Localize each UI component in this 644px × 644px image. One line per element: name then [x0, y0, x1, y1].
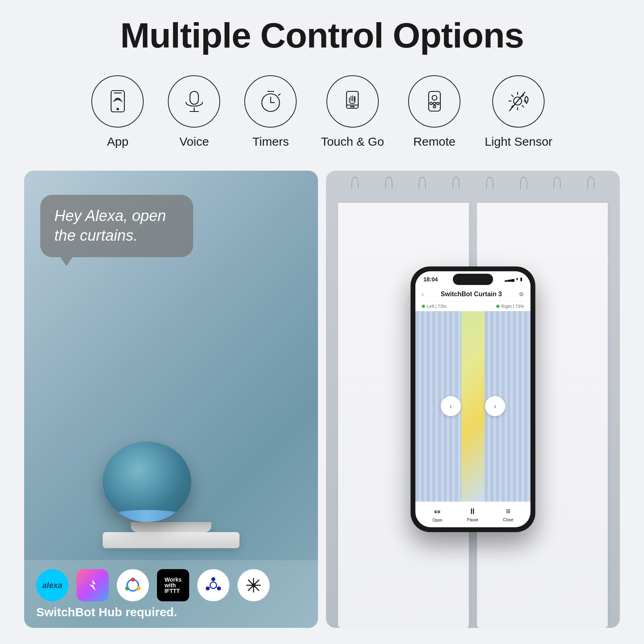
matter-logo: [237, 569, 270, 601]
phone-hand-area: 18:04 ▂▃▄ ▾ ▮ ‹ SwitchBot Curtain 3 ⚙: [411, 266, 535, 532]
curtain-nav-right[interactable]: ›: [485, 396, 505, 416]
google-icon: [124, 576, 142, 594]
control-item-touch-go: Touch & Go: [321, 75, 384, 149]
echo-dot-ring: [107, 510, 187, 522]
alexa-speech-bubble: Hey Alexa, open the curtains.: [40, 195, 193, 257]
page-title: Multiple Control Options: [120, 16, 524, 55]
remote-label: Remote: [413, 135, 456, 149]
wifi-icon: ▾: [516, 277, 518, 282]
curtain-hook: [452, 177, 460, 189]
svg-line-39: [216, 587, 217, 587]
svg-point-35: [211, 577, 215, 581]
control-item-voice: Voice: [168, 75, 220, 149]
curtain-hooks-row: [326, 177, 620, 189]
light-sensor-icon-circle: [492, 75, 545, 128]
close-button[interactable]: ≡ Close: [503, 507, 514, 522]
phone-time: 18:04: [423, 276, 438, 283]
pause-icon: ⏸: [469, 507, 477, 516]
left-status-dot: [422, 305, 425, 308]
shortcuts-icon: [84, 576, 101, 594]
matter-icon: [244, 575, 264, 595]
status-left: Left | 73%: [422, 304, 446, 309]
svg-point-15: [432, 95, 437, 100]
remote-icon-circle: [408, 75, 460, 128]
timers-icon: [258, 88, 284, 114]
phone-app-header: ‹ SwitchBot Curtain 3 ⚙: [415, 287, 530, 301]
svg-point-16: [430, 102, 432, 105]
curtain-hook: [553, 177, 561, 189]
svg-line-26: [522, 105, 524, 107]
smartthings-icon: [203, 575, 223, 595]
svg-point-34: [210, 582, 217, 588]
phone-screen: 18:04 ▂▃▄ ▾ ▮ ‹ SwitchBot Curtain 3 ⚙: [415, 271, 530, 527]
control-item-light-sensor: Light Sensor: [485, 75, 552, 149]
svg-point-31: [131, 578, 135, 582]
back-icon[interactable]: ‹: [422, 291, 424, 297]
curtain-status-bar: Left | 73% Right | 73%: [415, 301, 530, 311]
table-surface: [103, 532, 239, 548]
control-item-remote: Remote: [408, 75, 460, 149]
open-label: Open: [433, 518, 442, 522]
svg-point-37: [206, 586, 210, 590]
touch-go-icon: [339, 88, 365, 114]
svg-point-17: [433, 102, 436, 105]
svg-point-19: [433, 105, 436, 108]
settings-icon[interactable]: ⚙: [519, 291, 524, 297]
open-icon: ⇔: [434, 507, 441, 516]
svg-point-33: [125, 586, 129, 590]
left-status-text: Left | 73%: [427, 304, 446, 309]
echo-dot-base: [131, 522, 211, 532]
echo-dot: [103, 442, 239, 548]
phone-notch-pill: [453, 274, 493, 285]
left-panel: Hey Alexa, open the curtains. alexa: [24, 171, 318, 628]
hub-required-text: SwitchBot Hub required.: [36, 605, 306, 619]
app-title: SwitchBot Curtain 3: [441, 291, 502, 298]
voice-label: Voice: [180, 135, 209, 149]
control-item-app: App: [91, 75, 144, 149]
echo-dot-area: [24, 265, 318, 560]
remote-icon: [421, 88, 448, 114]
svg-point-36: [217, 586, 221, 590]
curtain-hook: [486, 177, 493, 189]
control-options-row: App Voice Timers: [24, 75, 620, 149]
touch-go-icon-circle: [326, 75, 379, 128]
right-status-dot: [496, 305, 500, 308]
svg-point-2: [116, 108, 119, 110]
phone-status-bar: 18:04 ▂▃▄ ▾ ▮: [415, 271, 530, 287]
curtain-hook: [419, 177, 426, 189]
curtain-hook: [351, 177, 359, 189]
voice-icon-circle: [168, 75, 220, 128]
logos-row: alexa: [36, 569, 306, 601]
app-label: App: [107, 135, 128, 149]
svg-line-40: [210, 587, 211, 587]
light-sensor-icon: [506, 88, 532, 114]
phone-frame: 18:04 ▂▃▄ ▾ ▮ ‹ SwitchBot Curtain 3 ⚙: [411, 266, 535, 532]
app-icon-circle: [91, 75, 144, 128]
status-right: Right | 73%: [496, 304, 524, 309]
signal-icon: ▂▃▄: [505, 277, 514, 282]
battery-icon: ▮: [520, 277, 522, 282]
svg-point-18: [437, 102, 439, 105]
phone-bottom-controls: ⇔ Open ⏸ Pause ≡ Close: [415, 502, 530, 527]
curtain-hook: [520, 177, 527, 189]
control-item-timers: Timers: [244, 75, 297, 149]
svg-rect-3: [190, 91, 198, 104]
pause-button[interactable]: ⏸ Pause: [467, 507, 478, 522]
echo-dot-body: [103, 442, 191, 522]
ifttt-logo: WorkswithIFTTT: [157, 569, 189, 601]
svg-line-10: [279, 94, 280, 95]
curtain-hook: [587, 177, 594, 189]
close-icon: ≡: [506, 507, 511, 516]
svg-point-32: [136, 586, 140, 590]
light-sensor-label: Light Sensor: [485, 135, 552, 149]
right-panel: 18:04 ▂▃▄ ▾ ▮ ‹ SwitchBot Curtain 3 ⚙: [326, 171, 620, 628]
close-label: Close: [503, 518, 514, 522]
curtain-hook: [385, 177, 392, 189]
open-button[interactable]: ⇔ Open: [433, 507, 442, 522]
svg-line-25: [512, 95, 513, 97]
google-logo: [117, 569, 149, 601]
bottom-logos: alexa: [24, 560, 318, 628]
curtain-nav-left[interactable]: ‹: [441, 396, 461, 416]
alexa-logo: alexa: [36, 569, 68, 601]
curtain-display: ‹ ›: [415, 311, 530, 502]
